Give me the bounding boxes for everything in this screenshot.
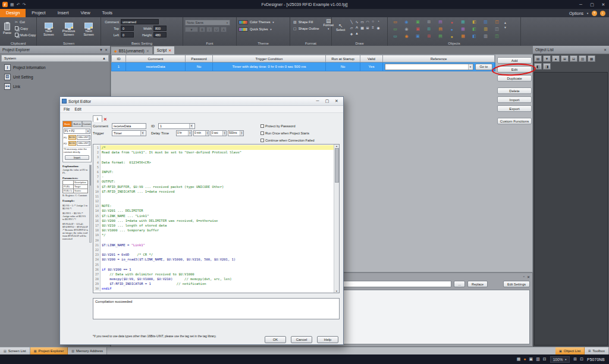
code-line[interactable]: 8OUTPUT: [93,179,334,184]
object-icon[interactable]: ◉ [401,18,412,26]
object-list-toolbar-icon[interactable]: ▤ [534,55,542,62]
code-line[interactable]: 29 $T:RFID_INDICATOR = 1 // notification [93,281,334,286]
insert-button[interactable]: Insert [65,155,89,160]
dialog-close-icon[interactable]: ✕ [332,99,341,103]
select-tool-button[interactable]: ↖ Select [334,18,348,36]
custom-functions-button[interactable]: Custom Functions [497,118,532,124]
code-line[interactable]: 25 [93,262,334,267]
dock-close-icon[interactable]: ✕ [527,275,530,279]
objects-scroll-down-icon[interactable]: ▼ [504,26,507,29]
draw-tool-icon[interactable]: ⊞ [365,24,371,30]
draw-tool-icon[interactable]: ∿ [354,18,360,24]
code-line[interactable]: 12 [93,199,334,203]
left-input[interactable]: 0 [121,32,134,37]
draw-tool-icon[interactable]: ○ [371,18,376,24]
code-line[interactable]: 6INPUT: [93,170,334,174]
draw-tool-icon[interactable]: ▲ [354,30,360,36]
save-icon[interactable]: ▦ [10,2,14,7]
code-scrollbar[interactable]: ▲ ▼ [334,145,339,293]
statusbar-icon[interactable]: ▣ [529,357,533,362]
draw-tool-icon[interactable]: ╲ [349,18,354,24]
code-line[interactable]: 23$U:V201 = 0x0D /* CR */ [93,252,334,257]
copy-button[interactable]: Copy [14,25,37,32]
paste-button[interactable]: Paste [2,18,12,38]
code-line[interactable]: 28 memcpy($U:V0, $U:V1000, $U:V210) // m… [93,277,334,281]
draw-tool-icon[interactable]: ◈ [349,30,354,36]
code-line[interactable]: 13NOTE: [93,203,334,208]
tab-view[interactable]: View [74,9,96,17]
code-line[interactable]: 20 [93,238,334,243]
shape-fill-button[interactable]: ▨Shape Fill [292,18,321,25]
zoom-control[interactable]: 100% ▼ [550,356,570,363]
object-list-toolbar-icon[interactable]: ▼ [543,55,551,62]
undo-icon[interactable]: ↶ [17,2,20,7]
object-icon[interactable]: ▥ [480,26,491,33]
maximize-icon[interactable]: ▢ [586,0,598,9]
trigger-select[interactable]: Timer▼ [112,130,146,136]
draw-tool-icon[interactable]: ◠ [365,18,371,24]
p1-register-input[interactable]: $U:V0 [68,135,76,140]
draw-tool-icon[interactable]: ≡ [371,24,376,30]
object-icon[interactable]: ◧ [469,26,480,33]
library-tab-custom[interactable]: Custom [82,121,92,127]
object-icon[interactable]: ⊞ [423,18,435,26]
object-icon[interactable]: ◫ [491,33,503,40]
dialog-minimize-icon[interactable]: ─ [313,99,322,103]
bold-icon[interactable]: B [199,27,205,32]
delay-hr-stepper[interactable]: 0 hr▲▼ [176,130,192,136]
shape-outline-button[interactable]: ▢Shape Outline [292,25,321,32]
code-line[interactable]: 14$U:V201 ... DELIMITER [93,208,334,213]
statusbar-icon[interactable]: ● [523,357,526,362]
object-icon[interactable]: ▤ [435,33,446,40]
code-line[interactable]: 2Read data from "Link1". It must be set … [93,150,334,155]
code-line[interactable]: 19*/ [93,233,334,237]
object-list-toolbar-icon[interactable]: ⊟ [570,55,577,62]
object-list-body[interactable] [534,72,608,346]
script-comment-input[interactable]: receiveData [112,123,146,129]
tab-project[interactable]: Project [26,9,51,17]
menu-file[interactable]: File [64,107,70,111]
tab-design[interactable]: Design [0,9,26,17]
code-line[interactable]: 9$T:RFID_BUFFER, $U:V0 ... received pack… [93,184,334,189]
tab-screen-list[interactable]: ▤Screen List [0,347,30,354]
delay-min-stepper[interactable]: 0 min▲▼ [193,130,209,136]
screen-comment-input[interactable]: unnamed [121,19,159,24]
object-icon[interactable]: ▣ [412,18,423,26]
previous-screen-button[interactable]: ◄ Previous Screen [59,18,79,40]
object-icon[interactable]: ● [446,26,457,33]
object-icon[interactable]: ◫ [491,18,503,26]
run-once-checkbox[interactable]: Run Once when Project Starts [260,131,309,135]
scrollbar-thumb[interactable] [90,165,91,186]
p2-datatype-select[interactable]: 16Bit-UINT▼ [77,141,90,146]
goto-button[interactable]: Go to [475,64,492,70]
object-icon[interactable]: ● [446,18,457,26]
panel-dropdown-icon[interactable]: ▼ [99,48,103,52]
new-screen-button[interactable]: + New Screen [39,18,59,40]
redo-icon[interactable]: ↷ [23,2,26,7]
object-list-toolbar-icon[interactable]: ▲ [552,55,560,62]
next-screen-button[interactable]: ► Next Screen [79,18,99,40]
help-icon[interactable]: ? [592,11,597,16]
italic-icon[interactable]: I [206,27,212,32]
multi-copy-button[interactable]: Multi-Copy [14,32,37,38]
font-color-icon[interactable]: A [221,27,227,32]
underline-icon[interactable]: U [214,27,219,32]
object-icon[interactable]: ◧ [469,18,480,26]
col-comment[interactable]: Comment [126,55,186,62]
scroll-up-icon[interactable]: ▲ [335,145,338,148]
table-row[interactable]: 1 receiveData No Timer with delay time: … [111,62,495,71]
code-line[interactable]: 10$T:RFID_INDICATOR ... 1=data received [93,189,334,194]
close-tab-icon[interactable]: ✕ [146,49,149,53]
add-button[interactable]: Add [497,57,532,64]
scrollbar-thumb[interactable] [335,148,339,183]
draw-tool-icon[interactable]: ▱ [349,24,354,30]
menu-edit[interactable]: Edit [74,107,81,111]
library-tab-builtin[interactable]: Built-in [72,121,81,127]
font-family-select[interactable]: Noto Sans▼ [185,20,230,26]
statusbar-icon[interactable]: ▦ [517,357,521,362]
object-list-toolbar-icon[interactable]: ◨ [543,63,551,70]
object-icon[interactable]: ▤ [435,18,446,26]
col-reference[interactable]: Reference [383,55,495,62]
code-line[interactable]: 16$U:V200 ... 1=data with DELIMITER was … [93,218,334,223]
object-icon[interactable]: ▤ [435,26,446,33]
